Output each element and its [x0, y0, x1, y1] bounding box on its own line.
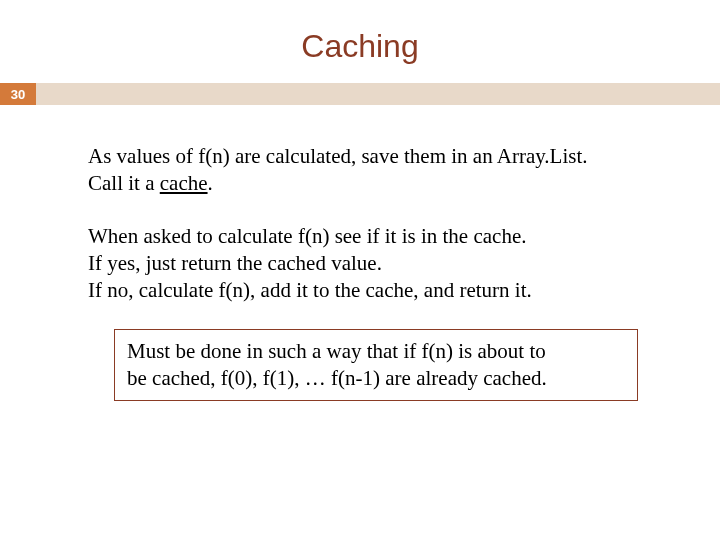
- paragraph-2: When asked to calculate f(n) see if it i…: [88, 223, 664, 304]
- para2-line3: If no, calculate f(n), add it to the cac…: [88, 278, 532, 302]
- paragraph-1: As values of f(n) are calculated, save t…: [88, 143, 664, 197]
- callout-line2: be cached, f(0), f(1), … f(n-1) are alre…: [127, 366, 547, 390]
- slide-body: As values of f(n) are calculated, save t…: [0, 105, 720, 401]
- para2-line1: When asked to calculate f(n) see if it i…: [88, 224, 526, 248]
- para1-line2b: .: [208, 171, 213, 195]
- callout-box: Must be done in such a way that if f(n) …: [114, 329, 638, 401]
- slide-title: Caching: [0, 28, 720, 65]
- callout-line1: Must be done in such a way that if f(n) …: [127, 339, 546, 363]
- header-bar: 30: [0, 83, 720, 105]
- para1-line2a: Call it a: [88, 171, 160, 195]
- para2-line2: If yes, just return the cached value.: [88, 251, 382, 275]
- header-bar-fill: [36, 83, 720, 105]
- para1-line1: As values of f(n) are calculated, save t…: [88, 144, 588, 168]
- para1-cache-word: cache: [160, 171, 208, 195]
- page-number: 30: [0, 83, 36, 105]
- slide: Caching 30 As values of f(n) are calcula…: [0, 28, 720, 540]
